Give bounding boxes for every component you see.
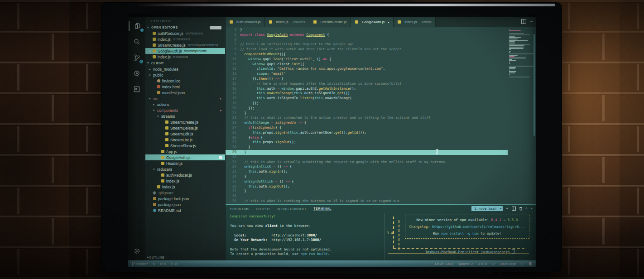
code-line[interactable]: 15 // here is what happens after the ini… [226, 82, 508, 87]
tree-file[interactable]: StreamDelete.js [145, 125, 225, 131]
status-item-master-[interactable]: master* [132, 262, 148, 266]
code-line[interactable]: 38 [226, 194, 508, 199]
code-line[interactable]: 11 window.gapi.client.init({ [226, 62, 508, 67]
code-line[interactable]: 29 } [226, 150, 508, 155]
code-line[interactable]: 30 [226, 155, 508, 160]
tab-StreamCreate-js[interactable]: StreamCreate.js [309, 17, 351, 27]
tree-file[interactable]: StreamCreate.js [145, 119, 225, 125]
tree-file[interactable]: index.js [145, 184, 225, 190]
tab-index-js[interactable]: index.js...reducers [265, 17, 309, 27]
tree-folder[interactable]: ▾reducers [145, 166, 225, 172]
terminal-select[interactable]: 1: node, bash [471, 206, 503, 211]
status-item-spaces-2[interactable]: Spaces: 2 [458, 262, 473, 266]
status-item-ln-29-col-4[interactable]: Ln 29, Col 4 [435, 262, 453, 266]
tree-file[interactable]: index.html [145, 84, 225, 90]
code-line[interactable]: 39 // this is what is checking the butto… [226, 199, 508, 204]
tree-folder[interactable]: ▾streams [145, 113, 225, 119]
status-item-javascript[interactable]: JavaScript [500, 262, 516, 266]
new-terminal-icon[interactable]: + [506, 207, 508, 211]
tree-file[interactable]: package.json [145, 202, 225, 207]
tree-file[interactable]: GoogleAuth.js [145, 154, 225, 160]
tree-folder[interactable]: ▸node_modules [145, 66, 225, 72]
tree-file[interactable]: StreamList.js [145, 137, 225, 143]
status-item-utf-8[interactable]: UTF-8 [477, 262, 487, 266]
code-line[interactable]: 28 } [226, 145, 508, 150]
editor-scrollbar[interactable] [533, 34, 535, 136]
code-line[interactable]: 22 // this is what is connected to the a… [226, 115, 508, 120]
open-editor-item[interactable]: index.jssrc/actions [145, 54, 225, 60]
code-line[interactable]: 19 }); [226, 101, 508, 106]
code-line[interactable]: 13 scope: "email" [226, 72, 508, 77]
tree-folder[interactable]: ▾public [145, 72, 225, 78]
kill-terminal-icon[interactable] [519, 207, 523, 211]
status-item-0[interactable]: ⊘0 [160, 262, 166, 266]
activity-search-button[interactable] [129, 37, 144, 47]
settings-gear-button[interactable] [129, 246, 144, 256]
tab-authReducer-js[interactable]: authReducer.js [226, 17, 265, 27]
project-folder-header[interactable]: ▾ CLIENT [145, 60, 225, 66]
tree-file[interactable]: favicon.ico [145, 78, 225, 84]
code-line[interactable]: 33 this.auth.signIn(); [226, 169, 508, 174]
tree-file[interactable]: manifest.json [145, 90, 225, 96]
tab-index-js[interactable]: index.js...actions [394, 17, 436, 27]
code-line[interactable]: 6 [226, 38, 508, 43]
tree-folder[interactable]: ▸actions [145, 101, 225, 107]
code-line[interactable]: 35 onSignOutClick = () => { [226, 179, 508, 184]
code-line[interactable]: 9 componentDidMount(){ [226, 52, 508, 57]
activity-debug-button[interactable] [129, 68, 144, 78]
terminal-pane-node[interactable]: Compiled successfully! You can now view … [226, 213, 385, 260]
close-panel-icon[interactable]: × [531, 207, 533, 211]
activity-explorer-button[interactable] [129, 21, 145, 31]
code-line[interactable]: 16 this.auth = window.gapi.auth2.getAuth… [226, 87, 508, 91]
terminal-pane-bash[interactable]: 3.4 New minor version of npm available! … [385, 213, 536, 260]
status-item[interactable]: ↻ [153, 262, 155, 266]
open-editor-item[interactable]: index.jssrc/reducers [145, 36, 225, 42]
code-line[interactable]: 8// first load it with auth2 and then in… [226, 47, 508, 52]
code-line[interactable]: 5export class GoogleAuth extends Compone… [226, 33, 508, 38]
tree-file[interactable]: authReducer.js [145, 172, 225, 178]
code-line[interactable]: 4} [226, 28, 508, 33]
tree-file[interactable]: StreamShow.js [145, 143, 225, 149]
more-actions-icon[interactable]: ⋯ [529, 19, 533, 24]
status-item[interactable]: ☺ [520, 262, 524, 266]
tree-file[interactable]: index.js [145, 178, 225, 184]
code-line[interactable]: 14 }).then(() => { [226, 77, 508, 82]
tree-file[interactable]: StreamEdit.js [145, 131, 225, 137]
code-line[interactable]: 24 if(isSignedIn) { [226, 125, 508, 130]
outline-section-header[interactable]: ▸ OUTLINE [145, 254, 225, 260]
code-line[interactable]: 21 } [226, 111, 508, 116]
open-editors-header[interactable]: ▾ OPEN EDITORS [145, 24, 225, 30]
status-item-lf[interactable]: LF [492, 262, 496, 266]
activity-source-control-button[interactable] [129, 53, 144, 63]
open-editor-item[interactable]: ●GoogleAuth.jssrc/components [145, 48, 225, 54]
code-line[interactable]: 23 onAuthChange = isSignedIn => { [226, 120, 508, 125]
split-terminal-icon[interactable] [512, 207, 516, 211]
code-line[interactable]: 25 this.props.signIn(this.auth.currentUs… [226, 130, 508, 135]
minimap[interactable] [508, 27, 536, 204]
code-line[interactable]: 18 this.auth.isSignedIn.listen(this.onAu… [226, 96, 508, 101]
open-editor-item[interactable]: authReducer.jssrc/reducers [145, 30, 225, 36]
code-line[interactable]: 36 this.auth.signOut(); [226, 184, 508, 189]
status-item[interactable] [529, 262, 532, 266]
code-line[interactable]: 31 // this is what is actually submittin… [226, 160, 508, 165]
code-line[interactable]: 12 clientId: "GetThis random for xxx.app… [226, 67, 508, 72]
tree-file[interactable]: App.js [145, 149, 225, 154]
panel-tab-debug-console[interactable]: DEBUG CONSOLE [277, 207, 308, 211]
panel-tab-output[interactable]: OUTPUT [256, 207, 270, 211]
code-line[interactable]: 20 }); [226, 106, 508, 111]
activity-extensions-button[interactable] [129, 84, 144, 94]
tree-file[interactable]: package-lock.json [145, 196, 225, 202]
code-line[interactable]: 7// Here i am initializing the request t… [226, 42, 508, 47]
panel-tab-terminal[interactable]: TERMINAL [313, 207, 331, 211]
tree-file[interactable]: .gitignore [145, 190, 225, 196]
tree-file[interactable]: Header.js [145, 160, 225, 166]
panel-tab-problems[interactable]: PROBLEMS [230, 207, 250, 211]
tree-folder[interactable]: ▾components● [145, 107, 225, 113]
code-line[interactable]: 37 } [226, 189, 508, 194]
code-line[interactable]: 17 this.onAuthChange(this.auth.isSignedI… [226, 91, 508, 96]
code-line[interactable]: 27 this.props.signOut(); [226, 140, 508, 145]
tree-folder[interactable]: ▾src● [145, 96, 225, 101]
code-line[interactable]: 10 window.gapi.load('client:auth2', () =… [226, 57, 508, 62]
code-line[interactable]: 34 } [226, 174, 508, 179]
status-item-0[interactable]: ⚠0 [171, 262, 177, 266]
